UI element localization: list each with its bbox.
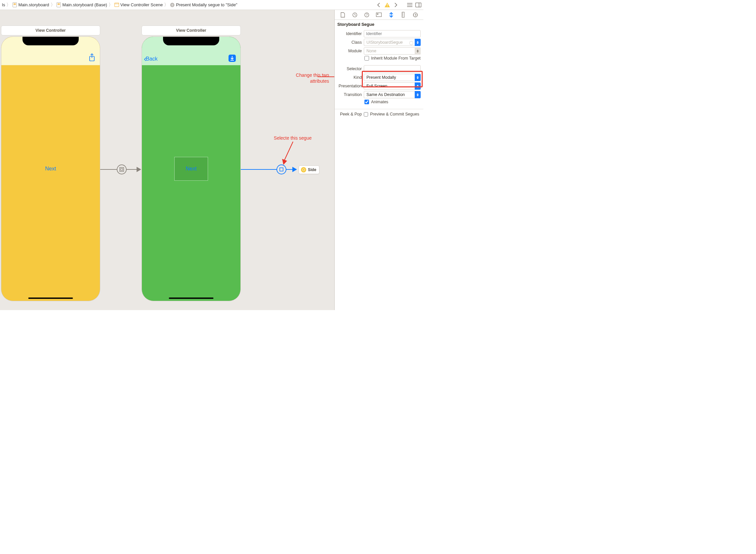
chevron-right-icon: 〉 — [51, 2, 55, 8]
svg-rect-4 — [58, 3, 60, 4]
label-presentation: Presentation — [337, 84, 362, 88]
svg-rect-16 — [416, 3, 421, 7]
row-animates: Animates — [365, 100, 421, 104]
select-arrows-icon[interactable] — [415, 39, 421, 46]
svg-rect-12 — [387, 6, 388, 7]
tab-attributes-icon[interactable] — [388, 12, 394, 18]
segue-left-to-right[interactable] — [100, 164, 141, 174]
svg-rect-22 — [120, 167, 124, 171]
arrow-head-icon — [137, 167, 141, 172]
label-identifier: Identifier — [337, 32, 362, 36]
chevron-right-icon: 〉 — [6, 2, 11, 8]
crumb-4[interactable]: Present Modally segue to "Side" — [170, 2, 238, 7]
identifier-input[interactable] — [364, 30, 421, 38]
destination-node[interactable]: Side — [299, 165, 319, 174]
outline-icon[interactable] — [407, 2, 413, 8]
share-icon[interactable] — [88, 54, 95, 62]
row-module: Module None — [337, 47, 421, 55]
tab-file-icon[interactable] — [339, 12, 346, 18]
annotation-arrow-icon — [281, 141, 298, 165]
segue-type-icon — [276, 164, 287, 174]
storyboard-file-icon — [12, 3, 17, 7]
crumb-2[interactable]: Main.storyboard (Base) — [57, 2, 107, 7]
inherit-checkbox[interactable] — [365, 56, 369, 61]
toolbar-right — [376, 2, 421, 8]
label-peekpop-option: Preview & Commit Segues — [370, 112, 419, 116]
crumb-label: Main.storyboard — [18, 2, 49, 7]
nav-forward-icon[interactable] — [393, 2, 399, 8]
viewcontroller-icon — [301, 167, 306, 172]
svg-rect-9 — [172, 4, 173, 6]
crumb-label: ls — [2, 2, 5, 7]
annotation-segue: Selecte this segue — [266, 135, 319, 141]
label-transition: Transition — [337, 92, 362, 97]
scene-title-right[interactable]: View Controller — [141, 25, 241, 36]
phone-left[interactable]: Next — [1, 37, 100, 301]
inspector-panel: ? Storyboard Segue Identifier Class UISt… — [335, 10, 423, 310]
module-select[interactable]: None — [364, 47, 421, 55]
tab-help-icon[interactable]: ? — [364, 12, 370, 18]
tab-connections-icon[interactable] — [412, 12, 419, 18]
label-selector: Selector — [337, 66, 362, 71]
svg-rect-32 — [376, 13, 382, 17]
svg-rect-2 — [13, 4, 16, 5]
phone-right[interactable]: ‹ Back Next — [141, 37, 241, 301]
row-transition: Transition Same As Destination — [337, 91, 421, 98]
nav-back-icon[interactable] — [376, 2, 382, 8]
chevron-right-icon: 〉 — [164, 2, 169, 8]
label-animates: Animates — [371, 100, 388, 104]
warning-icon[interactable] — [384, 2, 390, 8]
download-icon[interactable] — [229, 55, 236, 62]
select-arrows-icon[interactable] — [415, 91, 421, 98]
annotation-highlight-box — [362, 71, 423, 88]
tab-history-icon[interactable] — [352, 12, 358, 18]
crumb-label: Main.storyboard (Base) — [63, 2, 107, 7]
next-button-right[interactable]: Next — [174, 157, 208, 181]
animates-checkbox[interactable] — [365, 100, 369, 104]
next-button-left[interactable]: Next — [45, 166, 56, 172]
row-inherit: Inherit Module From Target — [365, 56, 421, 61]
assistant-icon[interactable] — [416, 2, 421, 8]
crumb-0[interactable]: ls — [2, 2, 5, 7]
back-button[interactable]: ‹ Back — [144, 56, 158, 62]
segue-icon — [170, 3, 175, 7]
breadcrumb: ls 〉 Main.storyboard 〉 Main.storyboard (… — [2, 2, 376, 8]
transition-select[interactable]: Same As Destination — [364, 91, 421, 98]
scene-title-left[interactable]: View Controller — [1, 25, 100, 36]
row-identifier: Identifier — [337, 30, 421, 38]
notch — [163, 37, 219, 45]
segue-type-icon — [117, 164, 127, 174]
svg-text:?: ? — [366, 13, 368, 17]
scene-icon — [114, 3, 119, 7]
home-indicator — [169, 297, 214, 299]
scene-title-label: View Controller — [36, 28, 65, 33]
label-kind: Kind — [337, 75, 362, 80]
scene-title-label: View Controller — [176, 28, 206, 33]
tab-size-icon[interactable] — [400, 12, 406, 18]
inspector-tabs: ? — [335, 10, 423, 20]
breadcrumb-bar: ls 〉 Main.storyboard 〉 Main.storyboard (… — [0, 0, 423, 10]
svg-rect-33 — [377, 13, 378, 14]
class-circle-icon[interactable]: ◌ — [409, 40, 414, 46]
svg-rect-5 — [58, 4, 60, 5]
peekpop-checkbox[interactable] — [364, 112, 368, 116]
svg-rect-1 — [13, 3, 16, 4]
label-module: Module — [337, 49, 362, 53]
chevron-right-icon: 〉 — [109, 2, 113, 8]
crumb-3[interactable]: View Controller Scene — [114, 2, 163, 7]
storyboard-canvas[interactable]: View Controller Next View Controller ‹ B… — [0, 10, 335, 310]
inspector-body: Identifier Class UIStoryboardSegue ◌ Mod… — [335, 28, 423, 109]
svg-rect-24 — [280, 168, 283, 171]
destination-label: Side — [308, 167, 316, 172]
segue-selected[interactable] — [241, 164, 297, 174]
notch — [22, 37, 79, 45]
label-class: Class — [337, 40, 362, 45]
crumb-label: View Controller Scene — [120, 2, 163, 7]
select-arrows-icon[interactable] — [415, 47, 421, 55]
svg-rect-23 — [121, 168, 123, 170]
tab-identity-icon[interactable] — [376, 12, 382, 18]
crumb-1[interactable]: Main.storyboard — [12, 2, 49, 7]
home-indicator — [28, 297, 73, 299]
row-class: Class UIStoryboardSegue ◌ — [337, 39, 421, 46]
label-inherit: Inherit Module From Target — [371, 56, 421, 61]
